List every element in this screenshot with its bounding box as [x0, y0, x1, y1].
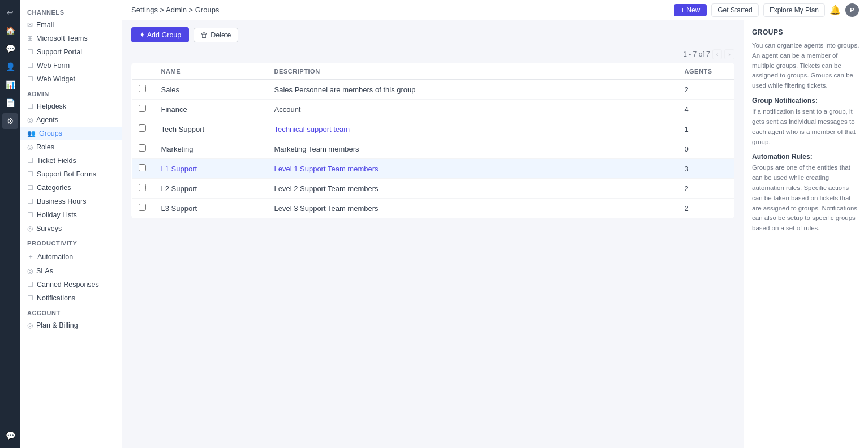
- main-content: ✦ Add Group 🗑 Delete 1 - 7 of 7 ‹ › NAME: [122, 20, 744, 448]
- col-name: NAME: [154, 63, 268, 80]
- sidebar-item-plan-label: Plan & Billing: [36, 321, 78, 329]
- row-checkbox[interactable]: [139, 204, 146, 211]
- add-group-button[interactable]: ✦ Add Group: [131, 27, 189, 42]
- sidebar-item-slas[interactable]: ◎ SLAs: [20, 264, 122, 278]
- row-description: Marketing Team members: [268, 139, 678, 159]
- sidebar-item-helpdesk-label: Helpdesk: [37, 102, 66, 110]
- row-name[interactable]: L1 Support: [154, 159, 268, 179]
- reports-icon[interactable]: 📊: [2, 77, 18, 93]
- sidebar-item-business-hours[interactable]: ☐ Business Hours: [20, 195, 122, 208]
- conversations-icon[interactable]: 💬: [2, 41, 18, 57]
- row-name: Tech Support: [154, 119, 268, 139]
- slas-icon: ◎: [27, 267, 33, 275]
- sidebar-item-groups-label: Groups: [39, 130, 62, 137]
- sidebar-item-canned-responses[interactable]: ☐ Canned Responses: [20, 278, 122, 291]
- row-checkbox[interactable]: [139, 85, 146, 92]
- sidebar-item-web-widget[interactable]: ☐ Web Widget: [20, 72, 122, 86]
- chat-icon[interactable]: 💬: [2, 428, 18, 443]
- pagination-text: 1 - 7 of 7: [683, 50, 710, 58]
- row-agents: 2: [678, 80, 734, 100]
- row-description[interactable]: Technical support team: [268, 119, 678, 139]
- sidebar-item-teams-label: Microsoft Teams: [36, 35, 88, 42]
- info-panel-notifications-text: If a notification is sent to a group, it…: [752, 107, 860, 147]
- sidebar-item-agents-label: Agents: [36, 116, 58, 124]
- ticket-fields-icon: ☐: [27, 157, 33, 165]
- sidebar-item-plan-billing[interactable]: ◎ Plan & Billing: [20, 318, 122, 332]
- row-name: L3 Support: [154, 199, 268, 218]
- sidebar: Channels ✉ Email ⊞ Microsoft Teams ☐ Sup…: [20, 0, 122, 448]
- row-name: L2 Support: [154, 179, 268, 199]
- avatar[interactable]: P: [845, 3, 859, 17]
- row-checkbox[interactable]: [139, 124, 146, 132]
- sidebar-item-notifications[interactable]: ☐ Notifications: [20, 291, 122, 305]
- table-row: FinanceAccount4: [132, 100, 734, 119]
- settings-icon[interactable]: ⚙: [2, 113, 18, 129]
- get-started-button[interactable]: Get Started: [711, 3, 758, 17]
- sidebar-item-email[interactable]: ✉ Email: [20, 18, 122, 32]
- table-row: SalesSales Personnel are members of this…: [132, 80, 734, 100]
- holiday-lists-icon: ☐: [27, 211, 33, 219]
- sidebar-item-roles[interactable]: ◎ Roles: [20, 140, 122, 154]
- table-row: L3 SupportLevel 3 Support Team members2: [132, 199, 734, 218]
- info-panel-title: GROUPS: [752, 28, 860, 36]
- explore-plan-button[interactable]: Explore My Plan: [763, 3, 825, 17]
- row-checkbox[interactable]: [139, 105, 146, 112]
- sidebar-item-support-portal[interactable]: ☐ Support Portal: [20, 45, 122, 59]
- sidebar-item-roles-label: Roles: [36, 143, 54, 151]
- sidebar-item-ticket-fields[interactable]: ☐ Ticket Fields: [20, 154, 122, 167]
- prev-page-button[interactable]: ‹: [712, 49, 723, 59]
- col-checkbox: [132, 63, 154, 80]
- delete-label: Delete: [210, 31, 231, 39]
- sidebar-item-surveys-label: Surveys: [36, 225, 62, 232]
- next-page-button[interactable]: ›: [724, 49, 734, 59]
- sidebar-item-holiday-lists[interactable]: ☐ Holiday Lists: [20, 208, 122, 222]
- helpdesk-icon: ☐: [27, 102, 33, 110]
- teams-icon: ⊞: [27, 35, 33, 42]
- sidebar-item-notifications-label: Notifications: [37, 294, 75, 302]
- sidebar-item-automation[interactable]: ＋ Automation: [20, 249, 122, 264]
- admin-section-title: Admin: [20, 86, 122, 100]
- delete-button[interactable]: 🗑 Delete: [194, 28, 238, 42]
- sidebar-item-categories[interactable]: ☐ Categories: [20, 181, 122, 195]
- sidebar-item-canned-label: Canned Responses: [37, 281, 99, 288]
- back-icon[interactable]: ↩: [2, 5, 18, 20]
- home-icon[interactable]: 🏠: [2, 23, 18, 38]
- sidebar-item-web-form[interactable]: ☐ Web Form: [20, 59, 122, 72]
- sidebar-item-botforms-label: Support Bot Forms: [37, 170, 96, 178]
- sidebar-item-helpdesk[interactable]: ☐ Helpdesk: [20, 100, 122, 113]
- row-agents: 2: [678, 179, 734, 199]
- new-button[interactable]: + New: [674, 4, 707, 16]
- sidebar-item-support-bot-forms[interactable]: ☐ Support Bot Forms: [20, 167, 122, 181]
- sidebar-item-groups[interactable]: 👥 Groups: [20, 127, 122, 140]
- notification-bell-icon[interactable]: 🔔: [830, 5, 841, 15]
- row-checkbox[interactable]: [139, 164, 146, 171]
- row-agents: 2: [678, 199, 734, 218]
- plan-icon: ◎: [27, 321, 33, 329]
- delete-icon: 🗑: [201, 31, 208, 39]
- surveys-icon: ◎: [27, 225, 33, 232]
- sidebar-item-microsoft-teams[interactable]: ⊞ Microsoft Teams: [20, 32, 122, 45]
- top-bar: Settings > Admin > Groups + New Get Star…: [122, 0, 868, 20]
- row-description: Account: [268, 100, 678, 119]
- row-description[interactable]: Level 1 Support Team members: [268, 159, 678, 179]
- contacts-icon[interactable]: 👤: [2, 59, 18, 75]
- row-agents: 3: [678, 159, 734, 179]
- sidebar-item-portal-label: Support Portal: [37, 48, 82, 56]
- sidebar-item-surveys[interactable]: ◎ Surveys: [20, 222, 122, 235]
- channels-section-title: Channels: [20, 5, 122, 18]
- webwidget-icon: ☐: [27, 75, 33, 83]
- knowledge-icon[interactable]: 📄: [2, 95, 18, 111]
- row-checkbox[interactable]: [139, 144, 146, 152]
- table-row: Tech SupportTechnical support team1: [132, 119, 734, 139]
- pagination: 1 - 7 of 7 ‹ ›: [131, 49, 734, 59]
- sidebar-item-agents[interactable]: ◎ Agents: [20, 113, 122, 127]
- info-panel-automation-text: Groups are one of the entities that can …: [752, 163, 860, 234]
- info-panel-automation-title: Automation Rules:: [752, 153, 860, 161]
- col-agents: AGENTS: [678, 63, 734, 80]
- automation-icon: ＋: [27, 252, 34, 261]
- agents-icon: ◎: [27, 116, 33, 124]
- row-agents: 4: [678, 100, 734, 119]
- row-agents: 0: [678, 139, 734, 159]
- table-row: MarketingMarketing Team members0: [132, 139, 734, 159]
- row-checkbox[interactable]: [139, 184, 146, 191]
